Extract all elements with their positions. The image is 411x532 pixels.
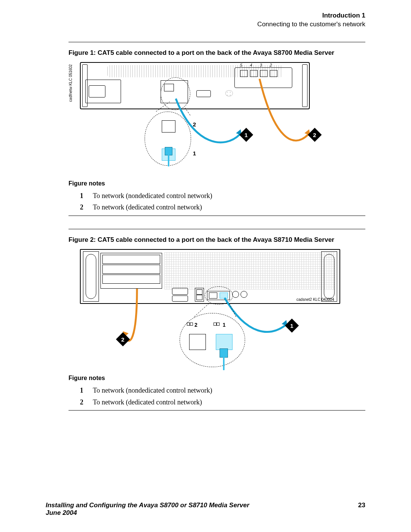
figure2-rule-top [68,229,365,229]
figure1-zoom-inset: 2 1 [145,112,191,166]
zoom-label-1: 1 [193,150,196,157]
list-item: 2 To network (dedicated control network) [80,201,365,213]
note-number: 1 [80,385,86,396]
figure1-diagram: cadfnetw KLC 051602 5 4 3 2 2 1 [80,62,365,176]
figure2-notes: 1 To network (nondedicated control netwo… [80,385,365,408]
port-label-3: 3 [260,63,262,67]
zoom-source-ellipse-icon [161,77,190,110]
figure1-rule-bottom [68,216,365,216]
zoom-source-ellipse-icon [205,286,233,305]
zoom-port-2-icon [189,334,206,350]
zoom-label-2: 2 [194,322,198,328]
cable-plug-icon [220,348,228,358]
figure2-notes-heading: Figure notes [68,375,365,382]
page-header: Introduction 1 Connecting to the custome… [68,11,365,29]
chapter-title: Introduction 1 [68,11,365,20]
list-item: 1 To network (nondedicated control netwo… [80,190,365,202]
section-title: Connecting to the customer's network [68,20,365,29]
s8700-chassis-icon: 5 4 3 2 [80,62,310,109]
figure1-rule-top [68,42,365,42]
figure1-notes: 1 To network (nondedicated control netwo… [80,190,365,213]
figure1-caption: Figure 1: CAT5 cable connected to a port… [68,49,365,57]
list-item: 1 To network (nondedicated control netwo… [80,385,365,396]
port-label-5: 5 [240,63,242,67]
note-text: To network (dedicated control network) [93,201,202,213]
figure2-credit: cadsnet2 KLC 043004 [296,297,334,302]
note-number: 1 [80,190,86,202]
footer-date: June 2004 [46,509,249,517]
note-text: To network (nondedicated control network… [93,385,212,396]
nic-glyph-icon [187,323,193,327]
note-number: 2 [80,396,86,408]
nic-glyph-icon [213,323,220,327]
zoom-label-1: 1 [223,322,226,328]
figure1-credit: cadfnetw KLC 051602 [68,64,73,102]
note-text: To network (nondedicated control network… [93,190,212,202]
figure2-diagram: cadsnet2 KLC 043004 2 1 1 2 [80,249,365,371]
note-number: 2 [80,201,86,213]
figure2-rule-bottom [68,410,365,411]
figure1-notes-heading: Figure notes [68,180,365,187]
zoom-port-2-icon [162,120,175,133]
port-cluster-icon: 5 4 3 2 [234,67,292,88]
figure2-zoom-inset: 2 1 [180,313,245,367]
card-cage-icon [100,253,162,289]
footer-page-number: 23 [358,502,365,517]
figure2-caption: Figure 2: CAT5 cable connected to a port… [68,236,365,244]
zoom-port-1-icon [216,334,233,350]
page-footer: Installing and Configuring the Avaya S87… [46,502,365,517]
port-label-2: 2 [270,63,272,67]
note-text: To network (dedicated control network) [93,396,202,408]
footer-doc-title: Installing and Configuring the Avaya S87… [46,502,249,509]
port-label-4: 4 [250,63,252,67]
page: Introduction 1 Connecting to the custome… [0,0,411,532]
cable-plug-icon [165,147,172,155]
list-item: 2 To network (dedicated control network) [80,396,365,408]
zoom-label-2: 2 [193,121,196,128]
footer-left: Installing and Configuring the Avaya S87… [46,502,249,517]
